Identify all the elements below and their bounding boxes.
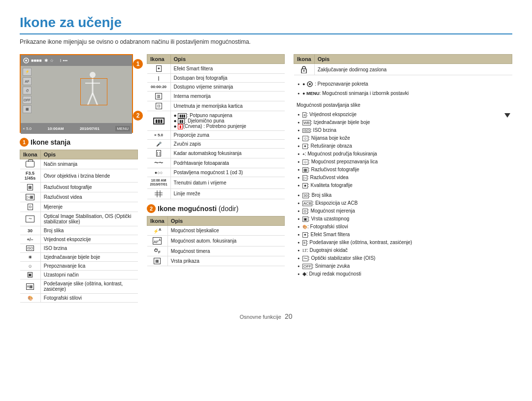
icon-zoom: × 5.0	[150, 133, 167, 137]
right-top-table: Ikona Opis Zaključavanje dodirnog zaslon…	[294, 54, 512, 75]
cam-icon-3: ⏱	[23, 87, 32, 94]
bullet-item: ISO: ISO brzina	[297, 126, 502, 134]
table-row: | Dostupan broj fotografija	[147, 74, 285, 83]
icon-kadar: [ ]	[150, 150, 167, 156]
bullet-item: 🎨: Fotografski stilovi	[297, 223, 512, 231]
table-row: ▮▮▮ ● ▮▮▮: Potpuno napunjena ● ▮▮: Djelo…	[147, 111, 285, 131]
bullet-item: ⊙: Mogućnost mjerenja	[297, 207, 512, 215]
row-desc: Linije mreže	[170, 188, 284, 199]
table-row: ☀ Izjednačavanje bijele boje	[20, 253, 138, 262]
icon-res-video: ▷▦	[23, 194, 37, 200]
row-desc: Mogućnost timera	[167, 247, 284, 256]
section2-badge: 2	[147, 204, 156, 213]
icon-timer: ⏱F	[150, 248, 165, 254]
row-desc: Način snimanja	[40, 159, 137, 169]
svg-point-1	[25, 60, 27, 62]
svg-point-2	[90, 72, 96, 78]
icon-exp: +/−	[23, 237, 37, 242]
cam-icon-4: OFF	[23, 96, 32, 104]
table-row: ☺ Prepoznavanje lica	[20, 262, 138, 271]
row-desc: Optical Image Stabilisation, OIS (Optičk…	[40, 212, 137, 226]
bullet-item: ★: Kvaliteta fotografije	[297, 182, 502, 189]
table-row: [ ] Kadar automatskog fokusiranja	[147, 149, 285, 158]
bullet-item: 〜: Optički stabilizator slike (OIS)	[297, 254, 512, 262]
bullet-item: ● : Prepoznavanje pokreta	[297, 80, 512, 88]
icon-podrhta: 〜〜	[150, 160, 167, 166]
row-desc: Otvor objektiva i brzina blende	[40, 169, 137, 183]
svg-point-14	[309, 83, 311, 85]
row-desc: Dostupan broj fotografija	[170, 74, 284, 83]
camera-preview: ■■■■ ✱ ☆ I ▪▪▪ ⚡ AF ⏱ OFF ▦	[20, 54, 133, 133]
table-row: 〜 Optical Image Stabilisation, OIS (Opti…	[20, 212, 138, 226]
table-row: ▦ Vrsta prikaza	[147, 256, 285, 266]
section2-table: Ikona Opis ⚡A Mogućnost bljeskalice AFA …	[147, 216, 285, 266]
icon-podeslike: ≡▦	[23, 283, 37, 290]
main-layout: ■■■■ ✱ ☆ I ▪▪▪ ⚡ AF ⏱ OFF ▦	[20, 54, 512, 308]
icon-baterija: ▮▮▮	[150, 118, 167, 124]
icon-vrsta: ▦	[150, 258, 165, 264]
table-row: ▣ Uzastopni način	[20, 271, 138, 279]
row-desc: Razlučivost videa	[40, 192, 137, 202]
icon-res-photo: ▦	[23, 184, 37, 190]
table-row: ●○○ Postavljena mogućnost 1 (od 3)	[147, 168, 285, 177]
table-row: ▷▦ Razlučivost videa	[20, 192, 138, 202]
svg-point-12	[303, 70, 305, 72]
table-row: ⚡A Mogućnost bljeskalice	[147, 225, 285, 235]
row-desc: Trenutni datum i vrijeme	[170, 177, 284, 189]
section1-title: Ikone stanja	[31, 138, 70, 146]
table-row: 00:00:20 Dostupno vrijeme snimanja	[147, 83, 285, 92]
focus-box	[80, 78, 107, 105]
bullet-item: ☺: Mogućnost prepoznavanja lica	[297, 158, 502, 166]
bullet-item: ACB: Ekspozicija uz ACB	[297, 199, 512, 207]
right-bullets-list3: 30: Broj slika ACB: Ekspozicija uz ACB ⊙…	[297, 191, 512, 278]
bullet-item: ◈: Drugi redak mogućnosti	[297, 270, 512, 278]
table-row: ✦ Efekt Smart filtera	[147, 64, 285, 74]
table-row: ≡▦ Podešavanje slike (oštrina, kontrast,…	[20, 279, 138, 294]
row-desc: Proporcije zuma	[170, 131, 284, 140]
section1-title-row: 1 Ikone stanja	[20, 138, 138, 147]
row-desc-lock: Zaključavanje dodirnog zaslona	[314, 64, 512, 75]
icon-autofok: AFA	[150, 237, 165, 245]
row-desc: Prepoznavanje lica	[40, 262, 137, 271]
left-column: ■■■■ ✱ ☆ I ▪▪▪ ⚡ AF ⏱ OFF ▦	[20, 54, 138, 308]
bullet-item: ▦: Razlučivost fotografije	[297, 166, 502, 174]
col-icon-m: Ikona	[147, 55, 171, 64]
bullet-item: WB: Izjednačavanje bijele boje	[297, 119, 502, 126]
middle-top-table: Ikona Opis ✦ Efekt Smart filtera | Dostu…	[147, 54, 285, 199]
bullet-item: +: Mogućnost područja fokusiranja	[297, 150, 502, 158]
col-icon-r: Ikona	[294, 55, 315, 64]
table-row: ▦ Razlučivost fotografije	[20, 183, 138, 192]
col-desc-1: Opis	[40, 150, 137, 159]
row-desc: Zvučni zapis	[170, 140, 284, 149]
icon-kartica: ⊡	[150, 103, 167, 109]
row-desc: Umetnuta je memorijska kartica	[170, 101, 284, 111]
bullet-item: ▷: Razlučivost videa	[297, 174, 502, 182]
icon-f35: F3.51/45s	[23, 171, 37, 181]
table-row: 🎤 Zvučni zapis	[147, 140, 285, 149]
bullet-item: ✦: Retuširanje obraza	[297, 142, 502, 150]
row-desc: Mjerenje	[40, 202, 137, 212]
row-desc: ISO brzina	[40, 244, 137, 253]
row-desc: ● ▮▮▮: Potpuno napunjena ● ▮▮: Djelomičn…	[170, 111, 284, 131]
table-row: Linije mreže	[147, 188, 285, 199]
subtitle: Prikazane ikone mijenjaju se ovisno o od…	[20, 38, 512, 45]
section2-title-row: 2 Ikone mogućnosti (dodir)	[147, 204, 285, 213]
icon-datetime: 10:00 AM2010/07/01	[150, 179, 167, 187]
icon-zvuk: 🎤	[150, 142, 167, 147]
icon-time: 00:00:20	[150, 85, 167, 89]
row-desc: Uzastopni način	[40, 271, 137, 279]
table-row: × 5.0 Proporcije zuma	[147, 131, 285, 140]
icon-interna: ▥	[150, 93, 167, 99]
camera-left-icons: ⚡ AF ⏱ OFF ▦	[23, 68, 32, 113]
icon-wb: ☀	[23, 255, 37, 260]
col-icon-2: Ikona	[147, 216, 168, 225]
page-title: Ikone za učenje	[20, 15, 512, 34]
camera-top-bar: ■■■■ ✱ ☆ I ▪▪▪	[21, 55, 132, 66]
settings-header: Mogućnosti postavljanja slike	[297, 101, 512, 109]
icon-shots: 30	[23, 228, 37, 233]
right-column: Ikona Opis Zaključavanje dodirnog zaslon…	[294, 54, 512, 278]
right-section-settings: Mogućnosti postavljanja slike ±: Vrijedn…	[297, 101, 512, 278]
table-row: 10:00 AM2010/07/01 Trenutni datum i vrij…	[147, 177, 285, 189]
row-desc: Fotografski stilovi	[40, 294, 137, 303]
row-desc: Mogućnost autom. fokusiranja	[167, 235, 284, 247]
